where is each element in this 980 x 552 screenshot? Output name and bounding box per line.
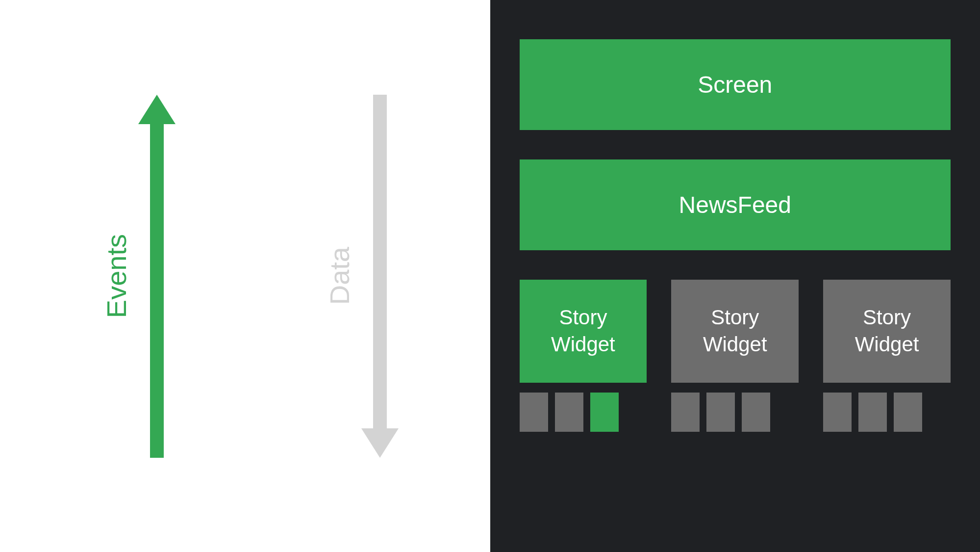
small-block: [520, 393, 548, 432]
widget-label: StoryWidget: [855, 304, 919, 358]
small-blocks-row: [520, 393, 647, 432]
right-panel: Screen NewsFeed StoryWidget StoryWidget: [490, 0, 980, 552]
data-arrow-group: Data: [324, 95, 390, 458]
small-block: [823, 393, 852, 432]
arrow-up-icon: [147, 95, 167, 458]
small-blocks-row: [823, 393, 951, 432]
events-label: Events: [101, 234, 132, 318]
data-label: Data: [324, 247, 355, 305]
small-block: [671, 393, 700, 432]
newsfeed-block: NewsFeed: [520, 159, 951, 250]
story-widget-block: StoryWidget: [671, 280, 799, 383]
story-widget-block: StoryWidget: [520, 280, 647, 383]
small-block: [894, 393, 922, 432]
widgets-row: StoryWidget StoryWidget StoryWidget: [520, 280, 951, 432]
widget-label: StoryWidget: [551, 304, 615, 358]
small-block: [858, 393, 887, 432]
small-block: [590, 393, 619, 432]
small-blocks-row: [671, 393, 799, 432]
screen-label: Screen: [698, 71, 772, 98]
small-block: [555, 393, 583, 432]
small-block: [706, 393, 735, 432]
arrows-container: Events Data: [101, 95, 390, 458]
small-block: [742, 393, 770, 432]
widget-label: StoryWidget: [703, 304, 767, 358]
left-panel: Events Data: [0, 0, 490, 552]
newsfeed-label: NewsFeed: [679, 191, 791, 218]
events-arrow-group: Events: [101, 95, 167, 458]
screen-block: Screen: [520, 39, 951, 130]
widget-group-3: StoryWidget: [823, 280, 951, 432]
widget-group-1: StoryWidget: [520, 280, 647, 432]
story-widget-block: StoryWidget: [823, 280, 951, 383]
arrow-down-icon: [370, 95, 390, 458]
widget-group-2: StoryWidget: [671, 280, 799, 432]
